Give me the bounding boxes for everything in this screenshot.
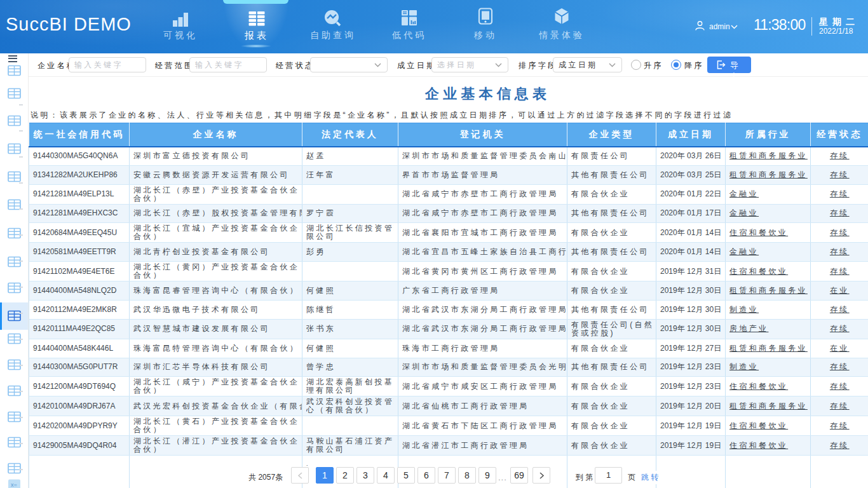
- svg-text:x=: x=: [11, 482, 17, 488]
